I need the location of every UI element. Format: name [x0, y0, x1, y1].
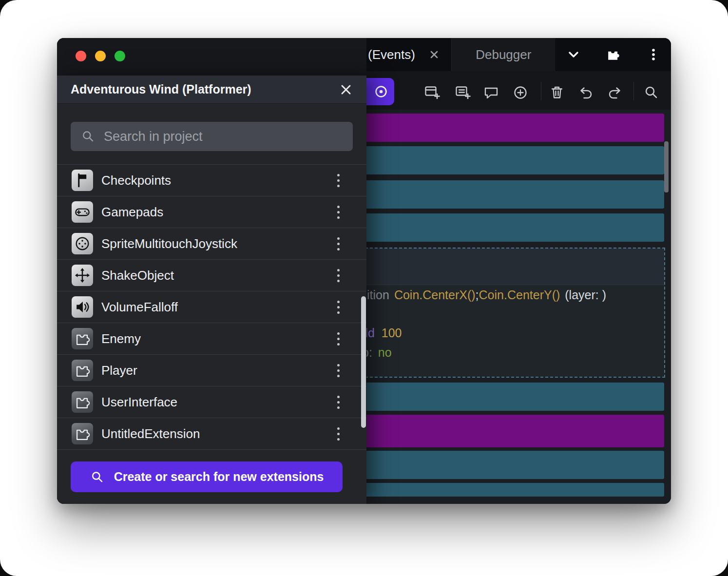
- app-window: itionCoin.CenterX();Coin.CenterY()(layer…: [57, 38, 671, 504]
- list-item-volumefalloff[interactable]: VolumeFalloff: [57, 291, 366, 323]
- redo-icon[interactable]: [606, 84, 624, 101]
- event-action-text: p:no: [362, 345, 392, 360]
- delete-icon[interactable]: [548, 84, 566, 101]
- traffic-lights: [76, 51, 125, 61]
- puzzle-icon: [72, 423, 93, 444]
- list-item-sprite-multitouch-joystick[interactable]: SpriteMultitouchJoystick: [57, 228, 366, 260]
- item-menu-button[interactable]: [329, 170, 347, 191]
- extensions-puzzle-icon[interactable]: [605, 46, 622, 63]
- add-event-icon[interactable]: [423, 84, 441, 101]
- list-item-gamepads[interactable]: Gamepads: [57, 196, 366, 228]
- tab-debugger-label: Debugger: [476, 47, 531, 62]
- list-item-label: UserInterface: [101, 395, 321, 410]
- puzzle-icon: [72, 328, 93, 349]
- add-comment-icon[interactable]: [482, 84, 500, 101]
- code-expression: Coin.CenterY(): [479, 288, 560, 302]
- puzzle-icon: [72, 360, 93, 381]
- item-menu-button[interactable]: [329, 265, 347, 286]
- list-item-player[interactable]: Player: [57, 355, 366, 386]
- flag-icon: [72, 170, 93, 191]
- toolbar-divider: [541, 82, 541, 100]
- titlebar: [57, 38, 366, 76]
- code-value: no: [378, 346, 392, 359]
- tab-bar: (Events) Debugger: [366, 38, 671, 71]
- list-item-untitledextension[interactable]: UntitledExtension: [57, 418, 366, 450]
- event-action-text: dd100: [361, 326, 402, 340]
- gamepad-icon: [72, 201, 93, 223]
- kebab-menu-icon[interactable]: [645, 46, 662, 63]
- panel-scrollbar[interactable]: [361, 296, 366, 428]
- list-item-label: UntitledExtension: [101, 426, 321, 442]
- list-item-userinterface[interactable]: UserInterface: [57, 386, 366, 418]
- tab-events[interactable]: (Events): [366, 38, 451, 71]
- project-title: Adventurous Wind (Platformer): [71, 82, 338, 96]
- events-toolbar: [366, 71, 671, 110]
- search-icon: [90, 470, 104, 484]
- search-events-icon[interactable]: [642, 84, 660, 101]
- code-layer-param: (layer: ): [565, 288, 606, 302]
- list-item-label: Checkpoints: [101, 173, 321, 188]
- close-panel-icon[interactable]: [338, 82, 354, 97]
- chevron-down-icon[interactable]: [565, 46, 582, 63]
- create-extension-button[interactable]: Create or search for new extensions: [71, 461, 343, 492]
- list-item-label: Player: [101, 363, 321, 378]
- list-item-label: VolumeFalloff: [101, 300, 321, 315]
- minimize-window-button[interactable]: [95, 51, 106, 61]
- search-icon: [80, 129, 95, 144]
- create-extension-label: Create or search for new extensions: [114, 470, 324, 484]
- item-menu-button[interactable]: [329, 296, 347, 318]
- search-input[interactable]: [103, 129, 343, 145]
- close-window-button[interactable]: [76, 51, 86, 61]
- item-menu-button[interactable]: [329, 328, 347, 349]
- undo-icon[interactable]: [577, 84, 594, 101]
- item-menu-button[interactable]: [329, 423, 347, 444]
- code-expression: Coin.CenterX(): [394, 288, 476, 302]
- puzzle-icon: [72, 391, 93, 413]
- list-item-label: Enemy: [101, 331, 321, 346]
- add-other-event-icon[interactable]: [512, 84, 529, 101]
- project-search-box[interactable]: [71, 122, 353, 151]
- toolbar-divider: [633, 82, 634, 100]
- list-item-label: Gamepads: [101, 205, 321, 220]
- list-item-shakeobject[interactable]: ShakeObject: [57, 260, 366, 291]
- move-arrows-icon: [72, 265, 93, 286]
- list-item-checkpoints[interactable]: Checkpoints: [57, 165, 366, 196]
- joystick-icon: [72, 233, 93, 254]
- item-menu-button[interactable]: [329, 201, 347, 223]
- project-manager-panel: Adventurous Wind (Platformer) Checkpoint…: [57, 76, 366, 504]
- list-item-label: ShakeObject: [101, 268, 321, 283]
- panel-header: Adventurous Wind (Platformer): [57, 76, 366, 104]
- item-menu-button[interactable]: [329, 360, 347, 381]
- add-subevent-icon[interactable]: [454, 84, 472, 101]
- event-action-text: itionCoin.CenterX();Coin.CenterY()(layer…: [367, 288, 606, 302]
- list-item-label: SpriteMultitouchJoystick: [101, 236, 321, 251]
- code-fragment: ition: [367, 288, 389, 302]
- item-menu-button[interactable]: [329, 233, 347, 254]
- close-tab-icon[interactable]: [428, 48, 441, 61]
- tab-events-label: (Events): [368, 47, 415, 62]
- zoom-window-button[interactable]: [115, 51, 125, 61]
- tab-debugger[interactable]: Debugger: [451, 38, 556, 71]
- list-item-enemy[interactable]: Enemy: [57, 323, 366, 355]
- code-separator: ;: [476, 288, 479, 302]
- item-menu-button[interactable]: [329, 391, 347, 413]
- target-icon: [373, 83, 389, 100]
- extensions-list: Checkpoints Gamepads: [57, 164, 366, 450]
- code-number: 100: [382, 326, 402, 340]
- window-chrome-icons: [565, 46, 671, 63]
- speaker-icon: [72, 296, 93, 318]
- events-scrollbar[interactable]: [664, 141, 669, 192]
